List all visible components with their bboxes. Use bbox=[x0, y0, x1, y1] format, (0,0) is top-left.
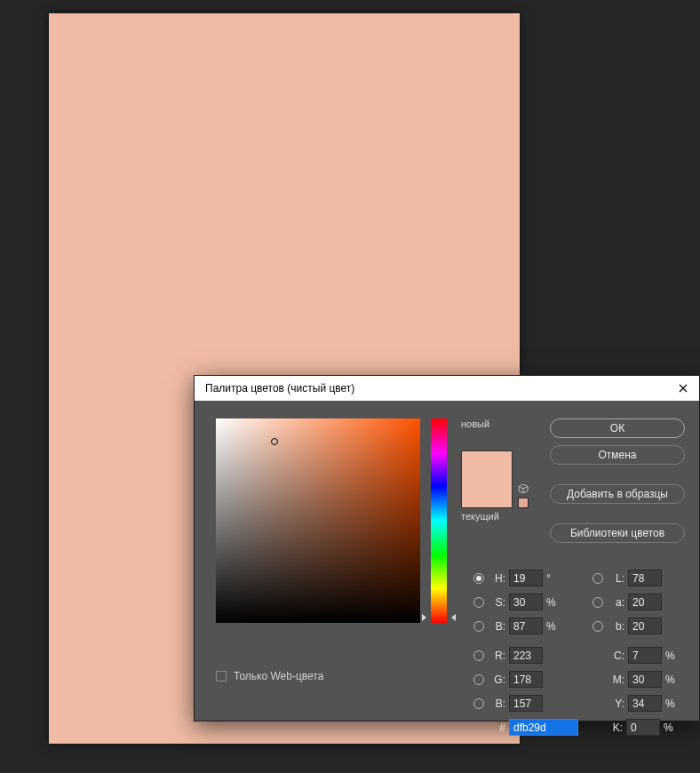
input-c[interactable] bbox=[628, 647, 662, 664]
label-y: Y: bbox=[609, 697, 624, 710]
label-b-lab: b: bbox=[609, 620, 624, 633]
label-b-bright: B: bbox=[489, 620, 505, 633]
new-color-swatch[interactable] bbox=[462, 451, 512, 480]
input-a[interactable] bbox=[628, 594, 662, 610]
new-color-label: новый bbox=[461, 418, 489, 429]
input-b-bright[interactable] bbox=[509, 618, 543, 634]
current-color-swatch[interactable] bbox=[462, 480, 512, 508]
input-y[interactable] bbox=[628, 695, 662, 712]
color-picker-dialog: Палитра цветов (чистый цвет) новый bbox=[194, 375, 700, 721]
cube-icon[interactable] bbox=[518, 483, 529, 494]
radio-g[interactable] bbox=[473, 674, 484, 685]
unit-s: % bbox=[546, 596, 562, 609]
radio-a[interactable] bbox=[593, 597, 603, 608]
input-h[interactable] bbox=[509, 570, 543, 586]
label-g: G: bbox=[489, 673, 505, 686]
label-b-blue: B: bbox=[489, 697, 505, 710]
label-r: R: bbox=[489, 649, 505, 662]
unit-y: % bbox=[665, 697, 681, 710]
label-l: L: bbox=[609, 572, 624, 585]
input-s[interactable] bbox=[509, 594, 543, 610]
unit-h: ° bbox=[546, 572, 562, 585]
cancel-button[interactable]: Отмена bbox=[550, 445, 685, 465]
radio-l[interactable] bbox=[593, 573, 603, 584]
add-swatch-button[interactable]: Добавить в образцы bbox=[550, 484, 685, 504]
input-b-blue[interactable] bbox=[509, 695, 543, 712]
web-only-checkbox[interactable] bbox=[216, 671, 227, 681]
color-libraries-button[interactable]: Библиотеки цветов bbox=[550, 523, 685, 543]
unit-m: % bbox=[665, 673, 681, 686]
nearest-web-swatch[interactable] bbox=[518, 498, 529, 508]
input-k[interactable] bbox=[626, 719, 660, 736]
color-preview bbox=[461, 450, 513, 508]
input-b-lab[interactable] bbox=[628, 618, 662, 634]
radio-b-lab[interactable] bbox=[593, 621, 603, 632]
hex-hash: # bbox=[489, 721, 505, 734]
label-s: S: bbox=[489, 596, 505, 609]
unit-c: % bbox=[665, 649, 681, 662]
saturation-value-field[interactable] bbox=[216, 418, 420, 623]
radio-b-blue[interactable] bbox=[473, 698, 484, 709]
label-m: M: bbox=[609, 673, 624, 686]
input-hex[interactable] bbox=[509, 719, 578, 736]
input-l[interactable] bbox=[628, 570, 662, 586]
label-a: a: bbox=[609, 596, 624, 609]
sv-cursor-icon bbox=[271, 438, 278, 445]
hue-slider[interactable] bbox=[431, 418, 447, 623]
current-color-label: текущий bbox=[461, 511, 499, 522]
radio-s[interactable] bbox=[473, 597, 484, 608]
radio-h[interactable] bbox=[473, 573, 484, 584]
ok-button[interactable]: ОК bbox=[550, 418, 685, 438]
input-g[interactable] bbox=[509, 671, 543, 688]
color-values-grid: H: ° L: S: % a: bbox=[473, 566, 700, 739]
web-only-label: Только Web-цвета bbox=[234, 670, 323, 682]
radio-b-bright[interactable] bbox=[473, 621, 484, 632]
label-c: C: bbox=[609, 649, 624, 662]
close-icon[interactable] bbox=[676, 381, 690, 395]
input-r[interactable] bbox=[509, 647, 543, 664]
unit-k: % bbox=[664, 721, 680, 734]
label-k: K: bbox=[607, 721, 623, 734]
label-h: H: bbox=[489, 572, 505, 585]
dialog-titlebar[interactable]: Палитра цветов (чистый цвет) bbox=[195, 376, 699, 401]
unit-bv: % bbox=[546, 620, 562, 633]
radio-r[interactable] bbox=[473, 650, 484, 661]
input-m[interactable] bbox=[628, 671, 662, 688]
dialog-title: Палитра цветов (чистый цвет) bbox=[205, 382, 354, 394]
